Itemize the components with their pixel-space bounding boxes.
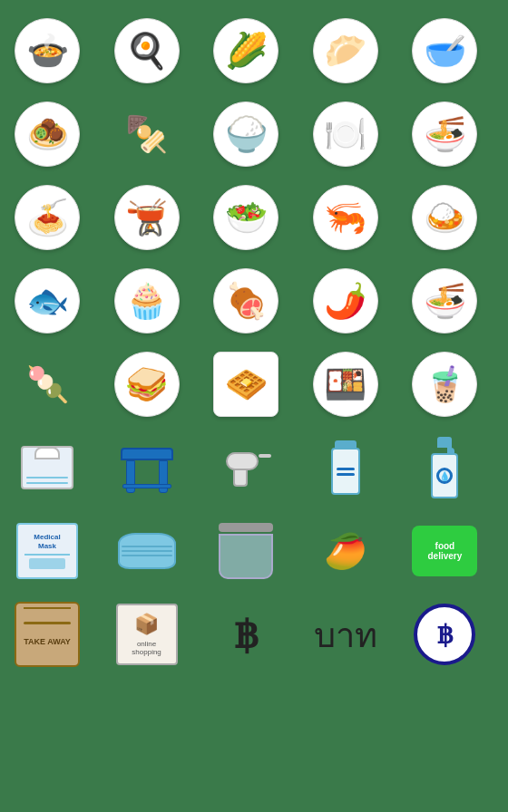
- satay-item: 🍢: [107, 94, 187, 174]
- dumplings-item: 🥟: [306, 11, 386, 91]
- sushi-platter-item: 🍱: [306, 344, 386, 424]
- mango-sticky-icon: 🥭: [324, 531, 366, 571]
- take-away-icon: TAKE AWAY: [15, 602, 80, 667]
- face-mask-icon: [118, 533, 176, 569]
- tissue-box-icon: [21, 446, 73, 489]
- shrimp-plate-icon: 🦐: [313, 185, 378, 250]
- fried-snacks-item: 🧁: [107, 261, 187, 341]
- noodle-soup-item: 🍜: [405, 94, 484, 174]
- stir-fry-item: 🍽️: [306, 94, 386, 174]
- shrimp-plate-item: 🦐: [306, 178, 386, 257]
- food-delivery-item: food delivery: [405, 511, 484, 591]
- mango-sticky-item: 🥭: [306, 511, 386, 591]
- baht-sign-icon: ฿: [234, 613, 259, 657]
- shrimp-soup-item: 🍲: [7, 11, 87, 91]
- dumplings-icon: 🥟: [313, 18, 378, 83]
- fried-snacks-icon: 🧁: [114, 268, 180, 334]
- mask-box-item: MedicalMask: [7, 511, 87, 591]
- circle-baht-item: ฿: [405, 594, 484, 674]
- circle-baht-character: ฿: [436, 620, 453, 650]
- mask-box-icon: MedicalMask: [16, 523, 78, 579]
- sandwich-icon: 🥪: [114, 352, 180, 417]
- online-shopping-icon: 📦 online shopping: [116, 604, 178, 665]
- fish-dish-item: 🐟: [7, 261, 87, 341]
- fish-dish-icon: 🐟: [15, 268, 80, 334]
- rice-pot-icon: 🍚: [213, 102, 278, 167]
- fried-items-icon: 🧆: [15, 102, 80, 167]
- hot-pot-item: 🫕: [107, 178, 187, 257]
- curry-icon: 🍛: [412, 185, 477, 250]
- tissue-box-item: [7, 428, 87, 508]
- noodles-item: 🍝: [7, 178, 87, 257]
- online-shopping-item: 📦 online shopping: [107, 594, 187, 674]
- mixed-veggies-item: 🥗: [206, 178, 286, 257]
- take-away-label: TAKE AWAY: [24, 637, 71, 647]
- mixed-veggies-icon: 🥗: [213, 185, 278, 250]
- thai-word-icon: บาท: [314, 607, 377, 662]
- stir-fry-icon: 🍽️: [313, 102, 378, 167]
- hot-pot-icon: 🫕: [114, 185, 180, 250]
- circle-baht-icon: ฿: [414, 604, 475, 665]
- spray-bottle-icon: 💧: [431, 437, 458, 498]
- rice-egg-icon: 🍳: [114, 18, 180, 83]
- spray-bottle-item: 💧: [405, 428, 484, 508]
- sushi-platter-icon: 🍱: [313, 352, 378, 417]
- corn-icon: 🌽: [213, 18, 278, 83]
- spicy-stir-icon: 🌶️: [313, 268, 378, 334]
- thai-baht-word: บาท: [314, 607, 377, 662]
- drinks-item: 🧋: [405, 344, 484, 424]
- porridge-item: 🥣: [405, 11, 484, 91]
- waffles-icon: 🧇: [213, 352, 278, 417]
- skewers-icon: 🍡: [15, 352, 80, 417]
- hand-cream-icon: [331, 440, 360, 495]
- drinks-icon: 🧋: [412, 352, 477, 417]
- pho-icon: 🍜: [412, 268, 477, 334]
- take-away-item: TAKE AWAY: [7, 594, 87, 674]
- grilled-meat-item: 🍖: [206, 261, 286, 341]
- thai-word-item: บาท: [306, 594, 386, 674]
- hand-cream-item: [306, 428, 386, 508]
- face-mask-item: [107, 511, 187, 591]
- face-shield-item: [206, 511, 286, 591]
- spicy-stir-item: 🌶️: [306, 261, 386, 341]
- porridge-icon: 🥣: [412, 18, 477, 83]
- noodle-soup-icon: 🍜: [412, 102, 477, 167]
- noodles-icon: 🍝: [15, 185, 80, 250]
- waffles-item: 🧇: [206, 344, 286, 424]
- stool-item: [107, 428, 187, 508]
- stool-icon: [121, 448, 173, 488]
- rice-pot-item: 🍚: [206, 94, 286, 174]
- food-delivery-icon: food delivery: [412, 526, 477, 576]
- curry-item: 🍛: [405, 178, 484, 257]
- online-shopping-label: online shopping: [122, 640, 172, 656]
- shrimp-soup-icon: 🍲: [15, 18, 80, 83]
- thermometer-item: [206, 428, 286, 508]
- skewers-item: 🍡: [7, 344, 87, 424]
- grilled-meat-icon: 🍖: [213, 268, 278, 334]
- pho-item: 🍜: [405, 261, 484, 341]
- corn-item: 🌽: [206, 11, 286, 91]
- rice-egg-item: 🍳: [107, 11, 187, 91]
- face-shield-icon: [219, 523, 273, 579]
- baht-character: ฿: [234, 613, 259, 657]
- thermometer-icon: [219, 445, 273, 490]
- sandwich-item: 🥪: [107, 344, 187, 424]
- satay-icon: 🍢: [114, 102, 180, 167]
- baht-sign-item: ฿: [206, 594, 286, 674]
- fried-items-item: 🧆: [7, 94, 87, 174]
